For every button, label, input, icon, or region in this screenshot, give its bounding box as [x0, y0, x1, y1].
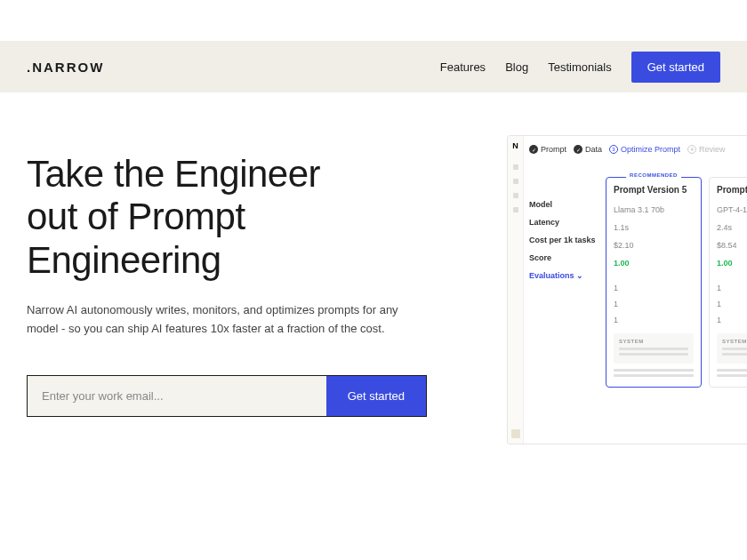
hero-title-line3: Engineering	[27, 239, 221, 281]
val-model: Llama 3.1 70b	[614, 205, 694, 214]
stepper: Prompt Data 3Optimize Prompt 4Review	[529, 145, 726, 154]
system-box: SYSTEM	[717, 333, 747, 364]
eval-value: 1	[614, 316, 694, 324]
step-prompt[interactable]: Prompt	[529, 145, 566, 154]
top-nav: .NARROW Features Blog Testimonials Get s…	[0, 41, 747, 92]
eval-value: 1	[614, 284, 694, 292]
label-score: Score	[529, 253, 600, 262]
val-score: 1.00	[614, 259, 694, 268]
hero-title-line2: out of Prompt	[27, 196, 245, 237]
step-data[interactable]: Data	[574, 145, 602, 154]
eval-value: 1	[717, 300, 747, 308]
system-label: SYSTEM	[722, 339, 747, 344]
email-submit-button[interactable]: Get started	[326, 376, 426, 416]
eval-value: 1	[614, 300, 694, 308]
recommended-badge: RECOMMENDED	[626, 172, 681, 178]
sidebar-item	[513, 164, 518, 170]
step-review[interactable]: 4Review	[687, 145, 726, 154]
app-preview: N Prompt Data 3Optimize Prompt 4Review M…	[507, 135, 747, 444]
email-input[interactable]	[28, 376, 326, 416]
eval-list: 1 1 1	[717, 284, 747, 324]
get-started-button[interactable]: Get started	[631, 52, 720, 83]
val-model: GPT-4-110	[717, 205, 747, 214]
check-icon	[529, 145, 538, 154]
val-score: 1.00	[717, 259, 747, 268]
label-cost: Cost per 1k tasks	[529, 236, 600, 244]
placeholder-line	[614, 374, 694, 377]
step-number-icon: 4	[687, 145, 696, 154]
val-cost: $2.10	[614, 241, 694, 250]
eval-value: 1	[717, 316, 747, 324]
step-label: Prompt	[541, 145, 566, 154]
nav-link-blog[interactable]: Blog	[505, 60, 528, 74]
system-box: SYSTEM	[614, 333, 694, 364]
prompt-card[interactable]: Prompt Ve GPT-4-110 2.4s $8.54 1.00 1 1 …	[709, 177, 747, 388]
eval-value: 1	[717, 284, 747, 292]
val-latency: 2.4s	[717, 223, 747, 232]
step-label: Optimize Prompt	[621, 145, 680, 154]
placeholder-line	[614, 369, 694, 372]
check-icon	[574, 145, 582, 154]
val-latency: 1.1s	[614, 223, 694, 232]
step-optimize[interactable]: 3Optimize Prompt	[609, 145, 680, 154]
placeholder-line	[619, 348, 688, 350]
placeholder-line	[722, 353, 747, 356]
logo[interactable]: .NARROW	[27, 60, 104, 75]
step-label: Review	[699, 145, 726, 154]
app-sidebar: N	[508, 136, 524, 444]
hero-title: Take the Engineer out of Prompt Engineer…	[27, 153, 480, 282]
label-model: Model	[529, 200, 600, 209]
card-title: Prompt Ve	[717, 185, 747, 195]
nav-right: Features Blog Testimonials Get started	[440, 52, 720, 83]
label-latency: Latency	[529, 218, 600, 227]
step-label: Data	[585, 145, 602, 154]
system-label: SYSTEM	[619, 339, 688, 344]
sidebar-item	[513, 193, 518, 198]
val-cost: $8.54	[717, 241, 747, 250]
eval-list: 1 1 1	[614, 284, 694, 324]
placeholder-line	[717, 369, 747, 372]
card-title: Prompt Version 5	[614, 185, 694, 195]
prompt-card-recommended[interactable]: RECOMMENDED Prompt Version 5 Llama 3.1 7…	[606, 177, 702, 388]
placeholder-line	[717, 374, 747, 377]
sidebar-item	[513, 207, 518, 212]
email-capture: Get started	[27, 375, 427, 417]
app-body: Model Latency Cost per 1k tasks Score Ev…	[529, 172, 747, 444]
evaluations-toggle[interactable]: Evaluations ⌄	[529, 271, 600, 280]
sidebar-bottom-item	[511, 429, 520, 438]
sidebar-item	[513, 179, 518, 184]
metric-labels: Model Latency Cost per 1k tasks Score Ev…	[529, 200, 600, 280]
hero-subtitle: Narrow AI autonomously writes, monitors,…	[27, 301, 409, 339]
hero-title-line1: Take the Engineer	[27, 153, 320, 195]
placeholder-line	[619, 353, 688, 356]
nav-link-testimonials[interactable]: Testimonials	[548, 60, 612, 74]
step-number-icon: 3	[609, 145, 618, 154]
placeholder-line	[722, 348, 747, 350]
hero-left: Take the Engineer out of Prompt Engineer…	[27, 153, 480, 417]
nav-link-features[interactable]: Features	[440, 60, 486, 74]
app-logo-icon: N	[508, 136, 523, 156]
